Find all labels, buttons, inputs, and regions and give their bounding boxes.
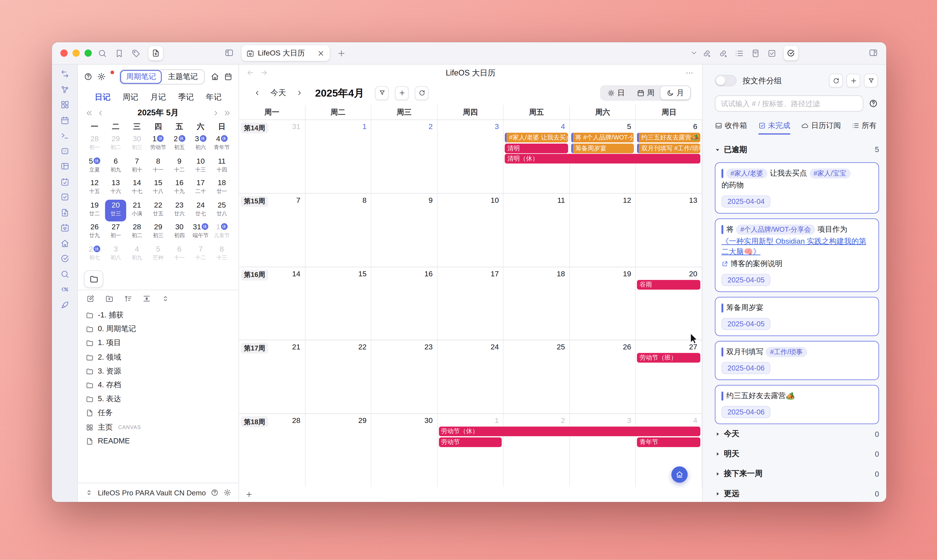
calendar-icon[interactable] bbox=[60, 115, 69, 125]
zoom-button[interactable] bbox=[85, 49, 92, 57]
mini-day[interactable]: 8十一 bbox=[148, 155, 169, 177]
calendar-event[interactable]: 清明（休） bbox=[505, 154, 700, 163]
calendar-event[interactable]: 将 #个人品牌/WOT-分享会 bbox=[571, 133, 634, 142]
mini-day[interactable]: 4休青年节 bbox=[211, 133, 232, 155]
mini-day[interactable]: 28初二 bbox=[126, 222, 147, 243]
mini-day[interactable]: 27初一 bbox=[105, 222, 126, 243]
mini-day[interactable]: 26廿九 bbox=[84, 222, 105, 243]
cycle-tab-1[interactable]: 周记 bbox=[123, 92, 138, 103]
day-cell[interactable]: 2 bbox=[504, 414, 570, 487]
scroll-to-today-button[interactable] bbox=[671, 466, 688, 483]
cycle-tab-3[interactable]: 季记 bbox=[178, 92, 194, 103]
external-link-icon[interactable] bbox=[721, 261, 728, 268]
mini-day[interactable]: 1休儿童节 bbox=[211, 222, 232, 243]
layout-dashboard-icon[interactable] bbox=[60, 100, 69, 109]
tree-item[interactable]: 2. 领域 bbox=[78, 350, 239, 364]
new-folder-icon[interactable] bbox=[105, 294, 114, 303]
mini-day[interactable]: 22廿五 bbox=[148, 200, 169, 222]
template-icon[interactable] bbox=[60, 285, 69, 294]
tags-icon[interactable] bbox=[132, 49, 141, 58]
mini-day[interactable]: 24廿七 bbox=[190, 200, 211, 222]
next-year-icon[interactable] bbox=[223, 109, 231, 117]
task-tab-1[interactable]: 未完成 bbox=[758, 121, 790, 135]
window-controls[interactable] bbox=[60, 49, 92, 57]
day-cell[interactable]: 30 bbox=[371, 414, 438, 487]
day-cell[interactable]: 2 bbox=[371, 120, 438, 193]
outgoing-links-icon[interactable] bbox=[702, 49, 711, 58]
tree-item[interactable]: 1. 项目 bbox=[78, 336, 239, 350]
task-card[interactable]: 约三五好友去露营🏕️2025-04-06 bbox=[715, 385, 879, 424]
mini-day[interactable]: 17二十 bbox=[190, 177, 211, 199]
calendar-event[interactable]: 劳动节（休） bbox=[439, 427, 700, 436]
calendar-box-icon[interactable] bbox=[224, 72, 233, 81]
mini-day[interactable]: 29初三 bbox=[148, 222, 169, 243]
mini-day[interactable]: 8十三 bbox=[211, 243, 232, 265]
file-explorer-tab[interactable] bbox=[84, 270, 103, 288]
incoming-links-icon[interactable] bbox=[718, 49, 727, 58]
share-graph-icon[interactable] bbox=[60, 85, 69, 94]
mini-day[interactable]: 30初三 bbox=[126, 133, 147, 155]
calendar-event[interactable]: 清明 bbox=[505, 143, 568, 153]
view-日[interactable]: 日 bbox=[601, 86, 631, 100]
prev-year-icon[interactable] bbox=[85, 109, 93, 117]
task-due-date[interactable]: 2025-04-06 bbox=[721, 406, 771, 418]
mini-day[interactable]: 31休端午节 bbox=[190, 222, 211, 243]
brush-icon[interactable] bbox=[60, 300, 69, 309]
outline-icon[interactable] bbox=[735, 49, 744, 58]
mini-day[interactable]: 15十八 bbox=[148, 177, 169, 199]
help-icon[interactable] bbox=[84, 72, 92, 81]
mini-day[interactable]: 6初九 bbox=[105, 155, 126, 177]
view-月[interactable]: 月 bbox=[661, 86, 690, 100]
day-cell[interactable]: 27 bbox=[636, 340, 702, 413]
day-cell[interactable]: 26 bbox=[570, 340, 636, 413]
day-cell[interactable]: 18 bbox=[504, 267, 570, 340]
day-cell[interactable]: 8 bbox=[305, 194, 371, 266]
file-plus-icon[interactable] bbox=[60, 208, 69, 217]
sort-icon[interactable] bbox=[124, 294, 133, 303]
task-tag[interactable]: #家人/老婆 bbox=[726, 168, 767, 178]
task-section[interactable]: 更远0 bbox=[715, 484, 879, 502]
terminal-icon[interactable] bbox=[60, 131, 69, 140]
calendar-event[interactable]: 青年节 bbox=[637, 437, 700, 447]
add-row-icon[interactable] bbox=[245, 491, 253, 498]
task-due-date[interactable]: 2025-04-05 bbox=[721, 318, 771, 330]
calendar-event[interactable]: 劳动节 bbox=[439, 437, 502, 447]
mini-day[interactable]: 11十四 bbox=[211, 155, 232, 177]
day-cell[interactable]: 25 bbox=[504, 340, 570, 413]
next-month-icon[interactable] bbox=[212, 109, 220, 117]
vault-switcher[interactable]: LifeOS Pro PARA Vault CN Demo bbox=[78, 483, 239, 502]
day-cell[interactable]: 12 bbox=[570, 194, 636, 266]
cycle-tab-2[interactable]: 月记 bbox=[150, 92, 166, 103]
tab-list-chevron-icon[interactable] bbox=[690, 49, 698, 57]
new-note-icon[interactable] bbox=[86, 294, 95, 303]
task-section[interactable]: 接下来一周0 bbox=[715, 464, 879, 484]
calendar-event[interactable]: 谷雨 bbox=[637, 280, 700, 289]
day-cell[interactable]: 22 bbox=[305, 340, 371, 413]
mini-day[interactable]: 12十五 bbox=[84, 177, 105, 199]
task-filter-input[interactable] bbox=[715, 95, 863, 112]
task-due-date[interactable]: 2025-04-06 bbox=[721, 362, 771, 374]
filter-button[interactable] bbox=[375, 86, 389, 100]
task-tag[interactable]: #工作/琐事 bbox=[766, 347, 807, 357]
close-button[interactable] bbox=[60, 49, 68, 57]
mini-day[interactable]: 6十一 bbox=[169, 243, 190, 265]
task-due-date[interactable]: 2025-04-05 bbox=[721, 274, 771, 286]
task-card[interactable]: #家人/老婆让我去买点#家人/宝宝的药物2025-04-04 bbox=[715, 162, 879, 214]
tasks-add-button[interactable] bbox=[846, 74, 860, 88]
view-周[interactable]: 周 bbox=[631, 86, 661, 100]
day-cell[interactable]: 3 bbox=[438, 120, 504, 193]
mini-day-selected[interactable]: 20廿三 bbox=[105, 200, 126, 222]
panel-layout-icon[interactable] bbox=[60, 162, 69, 171]
cycle-tab-0[interactable]: 日记 bbox=[95, 92, 110, 103]
archive-icon[interactable] bbox=[751, 49, 760, 58]
check-circle-icon[interactable] bbox=[60, 254, 69, 263]
day-cell[interactable]: 29 bbox=[305, 414, 371, 487]
tree-item[interactable]: -1. 捕获 bbox=[78, 308, 239, 322]
tasks-refresh-button[interactable] bbox=[829, 74, 843, 88]
day-number[interactable]: 1 bbox=[362, 123, 367, 131]
day-cell[interactable]: 20 bbox=[636, 267, 702, 340]
nav-back-icon[interactable] bbox=[246, 69, 254, 77]
home-icon[interactable] bbox=[211, 72, 219, 81]
task-card[interactable]: 双月刊填写#工作/琐事2025-04-06 bbox=[715, 341, 879, 380]
bookmark-icon[interactable] bbox=[115, 49, 124, 58]
